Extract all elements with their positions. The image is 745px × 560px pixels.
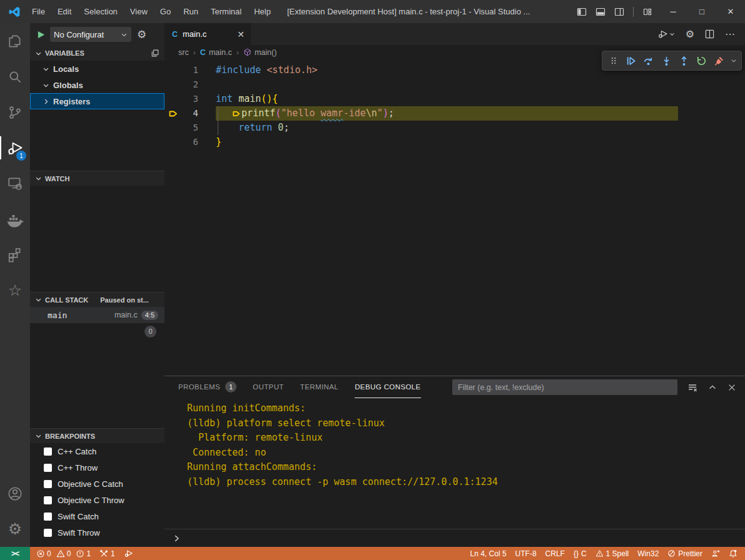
encoding-indicator[interactable]: UTF-8 bbox=[511, 547, 541, 560]
debug-config-dropdown[interactable]: No Configurat bbox=[50, 27, 131, 42]
tab-main-c[interactable]: C main.c ✕ bbox=[165, 23, 251, 45]
editor-settings-gear-icon[interactable]: ⚙ bbox=[686, 29, 694, 39]
customize-layout-icon[interactable] bbox=[642, 7, 652, 17]
breakpoint-cpp-throw[interactable]: C++ Throw bbox=[30, 459, 165, 476]
tab-close-icon[interactable]: ✕ bbox=[237, 29, 245, 39]
activity-run-and-debug[interactable]: 1 bbox=[0, 130, 30, 166]
tab-debug-console[interactable]: DEBUG CONSOLE bbox=[355, 376, 421, 398]
debug-continue-button[interactable] bbox=[623, 52, 639, 69]
activity-search[interactable] bbox=[0, 59, 30, 94]
activity-explorer[interactable] bbox=[0, 23, 30, 59]
breakpoint-cpp-catch[interactable]: C++ Catch bbox=[30, 443, 165, 459]
line-number: 3 bbox=[182, 92, 198, 106]
menu-help[interactable]: Help bbox=[248, 0, 277, 23]
chevron-down-icon bbox=[35, 175, 42, 182]
toggle-secondary-sidebar-icon[interactable] bbox=[614, 7, 624, 17]
debug-config-label: No Configurat bbox=[54, 30, 121, 39]
star-icon: ☆ bbox=[8, 282, 22, 298]
tab-label: main.c bbox=[183, 29, 206, 39]
checkbox[interactable] bbox=[44, 512, 52, 521]
feedback-icon[interactable] bbox=[707, 547, 724, 560]
toggle-panel-icon[interactable] bbox=[595, 7, 606, 17]
tab-problems[interactable]: PROBLEMS 1 bbox=[178, 376, 236, 398]
menu-selection[interactable]: Selection bbox=[78, 0, 123, 23]
tab-terminal[interactable]: TERMINAL bbox=[300, 376, 338, 398]
code-text: } bbox=[198, 135, 221, 149]
activity-source-control[interactable] bbox=[0, 94, 30, 130]
menu-terminal[interactable]: Terminal bbox=[205, 0, 248, 23]
debug-step-over-button[interactable] bbox=[641, 52, 656, 69]
close-panel-icon[interactable] bbox=[727, 383, 736, 392]
variables-item-locals[interactable]: Locals bbox=[30, 61, 165, 77]
more-actions-icon[interactable]: ⋯ bbox=[725, 28, 736, 40]
start-debug-icon[interactable] bbox=[36, 30, 46, 39]
debug-disconnect-button[interactable] bbox=[711, 52, 727, 69]
menu-file[interactable]: File bbox=[26, 0, 51, 23]
call-stack-section-header[interactable]: CALL STACK Paused on st... bbox=[30, 292, 165, 307]
tab-output[interactable]: OUTPUT bbox=[253, 376, 284, 398]
breakpoints-section-header[interactable]: BREAKPOINTS bbox=[30, 428, 165, 443]
activity-remote-explorer[interactable] bbox=[0, 166, 30, 201]
checkbox[interactable] bbox=[44, 448, 52, 456]
activity-favorites[interactable]: ☆ bbox=[0, 272, 30, 308]
code-line: 6} bbox=[165, 135, 745, 149]
activity-accounts[interactable] bbox=[0, 476, 30, 511]
menu-run[interactable]: Run bbox=[177, 0, 205, 23]
debug-settings-gear-icon[interactable]: ⚙ bbox=[137, 29, 146, 40]
breakpoint-objc-throw[interactable]: Objective C Throw bbox=[30, 492, 165, 508]
checkbox[interactable] bbox=[44, 496, 52, 504]
call-stack-frame[interactable]: main main.c 4:5 bbox=[30, 307, 165, 323]
console-filter-input[interactable] bbox=[452, 379, 677, 395]
code-editor[interactable]: 1#include <stdio.h>23int main(){4 printf… bbox=[165, 59, 745, 376]
debug-step-into-button[interactable] bbox=[658, 52, 674, 69]
activity-settings[interactable]: ⚙ bbox=[0, 511, 30, 547]
language-indicator[interactable]: {} C bbox=[569, 547, 591, 560]
problems-status[interactable]: 0 0 1 bbox=[30, 547, 95, 560]
breadcrumb-symbol[interactable]: main() bbox=[243, 48, 276, 57]
menu-edit[interactable]: Edit bbox=[51, 0, 78, 23]
glyph-margin bbox=[165, 135, 182, 149]
debug-console-input[interactable] bbox=[165, 529, 745, 547]
line-number: 6 bbox=[182, 135, 198, 149]
chevron-down-icon[interactable] bbox=[729, 52, 738, 69]
eol-indicator[interactable]: CRLF bbox=[541, 547, 569, 560]
checkbox[interactable] bbox=[44, 529, 52, 537]
debug-console-output: Running initCommands:(lldb) platform sel… bbox=[165, 398, 745, 529]
copy-value-icon[interactable] bbox=[151, 49, 160, 58]
minimize-button[interactable]: ─ bbox=[659, 0, 687, 23]
menu-view[interactable]: View bbox=[124, 0, 154, 23]
variables-item-globals[interactable]: Globals bbox=[30, 77, 165, 93]
breakpoint-objc-catch[interactable]: Objective C Catch bbox=[30, 476, 165, 492]
tools-status[interactable]: 1 bbox=[95, 547, 119, 560]
variables-item-registers[interactable]: Registers bbox=[30, 93, 165, 109]
clear-console-icon[interactable] bbox=[687, 382, 697, 392]
split-editor-icon[interactable] bbox=[705, 29, 714, 39]
activity-docker[interactable] bbox=[0, 201, 30, 237]
watch-section-header[interactable]: WATCH bbox=[30, 171, 165, 186]
remote-indicator[interactable]: >< bbox=[0, 547, 30, 560]
breakpoint-swift-throw[interactable]: Swift Throw bbox=[30, 524, 165, 541]
activity-extensions[interactable] bbox=[0, 237, 30, 272]
formatter-indicator[interactable]: Prettier bbox=[663, 547, 707, 560]
checkbox[interactable] bbox=[44, 480, 52, 488]
spell-checker-status[interactable]: 1 Spell bbox=[591, 547, 634, 560]
close-button[interactable]: ✕ bbox=[716, 0, 745, 23]
breakpoint-swift-catch[interactable]: Swift Catch bbox=[30, 508, 165, 524]
debug-status-icon[interactable] bbox=[119, 547, 138, 560]
variables-section-header[interactable]: VARIABLES bbox=[30, 46, 165, 61]
menu-go[interactable]: Go bbox=[154, 0, 177, 23]
cursor-position[interactable]: Ln 4, Col 5 bbox=[466, 547, 511, 560]
run-or-debug-button[interactable] bbox=[657, 29, 675, 39]
maximize-button[interactable]: □ bbox=[687, 0, 716, 23]
platform-indicator[interactable]: Win32 bbox=[633, 547, 663, 560]
checkbox[interactable] bbox=[44, 464, 52, 472]
debug-step-out-button[interactable] bbox=[676, 52, 692, 69]
code-line: 5 return 0; bbox=[165, 121, 745, 135]
maximize-panel-icon[interactable] bbox=[708, 383, 717, 392]
toolbar-grip-icon[interactable] bbox=[606, 52, 621, 69]
breadcrumb-folder[interactable]: src bbox=[178, 48, 189, 57]
toggle-sidebar-icon[interactable] bbox=[577, 7, 587, 17]
breadcrumb-file[interactable]: C main.c bbox=[200, 48, 232, 57]
notifications-bell-icon[interactable] bbox=[724, 547, 745, 560]
debug-restart-button[interactable] bbox=[694, 52, 709, 69]
